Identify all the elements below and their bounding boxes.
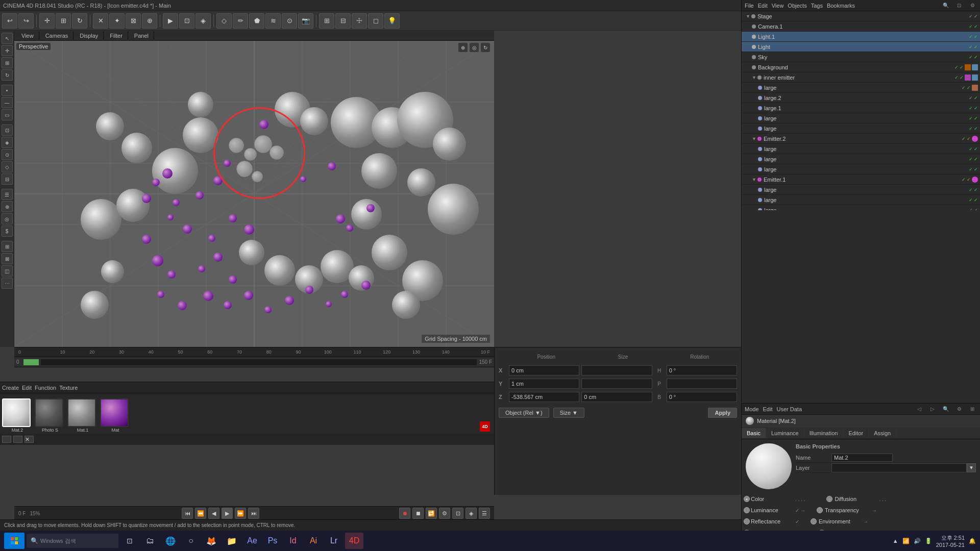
obj-menu-tags[interactable]: Tags [811,3,823,9]
mat-slot-photos[interactable]: Photo S [35,398,65,429]
redo-btn[interactable]: ↪ [18,13,34,29]
mat-tab-illumination[interactable]: Illumination [804,428,844,438]
obj-menu-edit[interactable]: Edit [758,3,768,9]
object-type-dropdown[interactable]: Object (Rel ▼) [499,408,549,418]
indicator-1[interactable] [2,436,11,443]
mat-fullscreen-icon[interactable]: ⊞ [968,405,977,414]
mat-slot-mat1[interactable]: Mat.1 [67,398,98,429]
tool-6[interactable]: ☰ [2,189,13,200]
size-x-field[interactable] [581,365,652,375]
tray-icon-1[interactable]: ▲ [893,538,898,544]
apply-button[interactable]: Apply [708,408,737,418]
tray-action-center[interactable]: 🔔 [969,538,976,544]
snap-btn[interactable]: ⊞ [319,13,334,29]
layer-btn[interactable]: ▼ [967,463,976,472]
tool-rotate[interactable]: ↻ [2,69,13,81]
tool-scale[interactable]: ⊞ [2,57,13,68]
taskbar-ps[interactable]: Ps [263,533,282,549]
view-menu-panel[interactable]: Panel [129,32,154,40]
obj-settings-icon[interactable]: ⚙ [968,1,977,10]
tool-3[interactable]: ⊙ [2,149,13,160]
pos-x-field[interactable]: 0 cm [509,365,579,375]
obj-em1-l1[interactable]: large ✓ ✓ [742,185,980,195]
mat-tab-editor[interactable]: Editor [843,428,869,438]
tool-10[interactable]: ⊞ [2,241,13,252]
taskbar-chrome[interactable]: ○ [182,533,200,549]
tool-7[interactable]: ⊕ [2,201,13,212]
tool-11[interactable]: ⊠ [2,253,13,264]
obj-large-5[interactable]: large ✓ ✓ [742,123,980,134]
tray-network[interactable]: 📶 [902,538,910,544]
diffusion-toggle[interactable]: ○ [826,496,832,502]
size-type-dropdown[interactable]: Size ▼ [553,408,584,418]
btn-play-rev[interactable]: ◀ [208,508,219,519]
transp-toggle[interactable] [817,507,823,513]
mat-edit-menu[interactable]: Edit [763,406,773,412]
viewport[interactable]: Perspective Grid Spacing - 10000 cm ⊕ ◎ … [14,41,494,347]
obj-inner-emitter[interactable]: ▼ inner emitter ✓ ✓ [742,72,980,83]
taskbar-ae[interactable]: Ae [243,533,261,549]
view-btn[interactable]: ◻ [368,13,383,29]
tray-sound[interactable]: 🔊 [914,538,921,544]
btn-stop[interactable]: ⏹ [412,508,424,519]
mat-slot-mat2[interactable]: Mat.2 [2,398,33,429]
tool-9[interactable]: $ [2,226,13,237]
env-toggle[interactable] [811,518,817,524]
mat-user-menu[interactable]: User Data [777,406,802,412]
world-btn[interactable]: ⊕ [142,13,157,29]
obj-menu-objects[interactable]: Objects [788,3,806,9]
render3-btn[interactable]: ◈ [195,13,211,29]
obj-em1-l2[interactable]: large ✓ ✓ [742,195,980,205]
obj-large-4[interactable]: large ✓ ✓ [742,113,980,123]
tool-8[interactable]: ◎ [2,213,13,224]
btn-prev[interactable]: ⏪ [195,508,206,519]
obj-sky[interactable]: Sky ✓ ✓ [742,52,980,62]
size-y-field[interactable] [581,379,652,389]
obj-large-3[interactable]: large.1 ✓ ✓ [742,103,980,113]
view-menu-view[interactable]: View [16,32,39,40]
btn-more1[interactable]: ⊡ [452,508,463,519]
obj-large-2[interactable]: large.2 ✓ ✓ [742,93,980,103]
btn-record[interactable]: ⏺ [399,508,410,519]
mat-nav-right-icon[interactable]: ▷ [928,405,937,414]
mat-gear-icon[interactable]: ⚙ [954,405,964,414]
mat-tab-basic[interactable]: Basic [742,428,766,438]
task-view-btn[interactable]: ⊡ [120,533,139,549]
select-btn[interactable]: ✕ [93,13,108,29]
mat-nav-left-icon[interactable]: ◁ [915,405,924,414]
viewport-move-icon[interactable]: ⊕ [458,43,468,52]
obj-search-icon[interactable]: 🔍 [941,1,950,10]
obj-stage[interactable]: ▼ Stage ✓ ✓ [742,11,980,21]
undo-btn[interactable]: ↩ [2,13,17,29]
tool-13[interactable]: ⋯ [2,278,13,289]
move-btn[interactable]: ✛ [39,13,55,29]
grid-btn[interactable]: ⊟ [335,13,351,29]
taskbar-explorer[interactable]: 🗂 [141,533,159,549]
rotate-btn[interactable]: ↻ [72,13,87,29]
name-input[interactable] [831,454,893,462]
tool-1[interactable]: ⊡ [2,124,13,136]
mat-menu-edit[interactable]: Edit [22,385,32,391]
mat-search-icon[interactable]: 🔍 [941,405,950,414]
view-menu-filter[interactable]: Filter [105,32,128,40]
tool-edge[interactable]: — [2,97,13,108]
mat-mode-menu[interactable]: Mode [745,406,759,412]
tool-5[interactable]: ⊟ [2,173,13,185]
taskbar-edge[interactable]: 🌐 [161,533,180,549]
timeline-track[interactable] [41,359,477,365]
taskbar-ai[interactable]: Ai [304,533,323,549]
light-icon[interactable]: 💡 [384,13,400,29]
mat-menu-texture[interactable]: Texture [59,385,78,391]
view-menu-display[interactable]: Display [75,32,104,40]
mat-tab-luminance[interactable]: Luminance [766,428,804,438]
taskbar-firefox[interactable]: 🦊 [202,533,220,549]
obj-camera1[interactable]: Camera.1 ✓ ✓ [742,21,980,32]
render2-btn[interactable]: ⊡ [179,13,194,29]
win-search-box[interactable]: 🔍 Windows 검색 [27,534,118,548]
select3-btn[interactable]: ⊠ [126,13,141,29]
mat-tab-assign[interactable]: Assign [869,428,896,438]
color-channel-toggle[interactable]: ● [744,496,750,502]
taskbar-id[interactable]: Id [284,533,302,549]
tool-2[interactable]: ◈ [2,137,13,148]
hair-btn[interactable]: ≋ [265,13,281,29]
